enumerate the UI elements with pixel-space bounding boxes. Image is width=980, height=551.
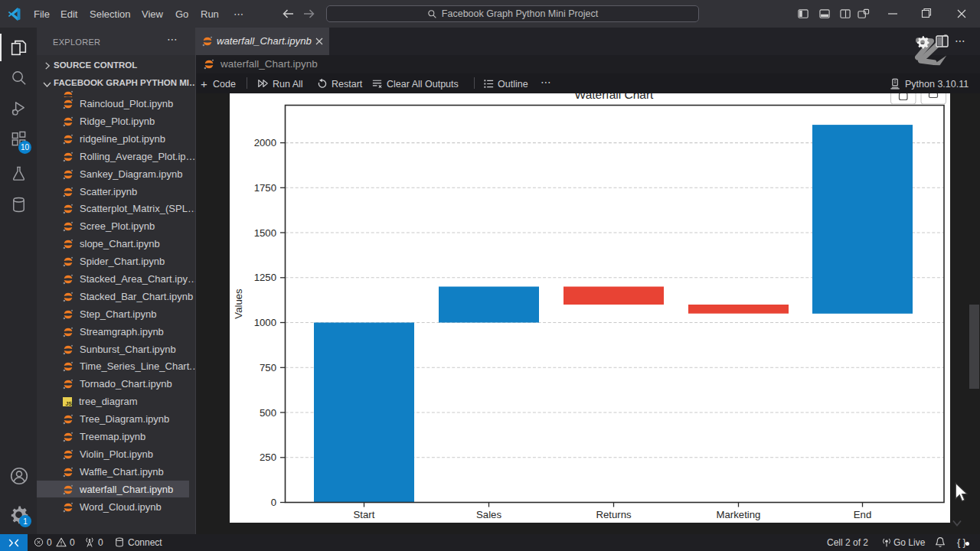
svg-text:1750: 1750: [254, 182, 276, 194]
svg-text:1000: 1000: [254, 317, 276, 328]
svg-text:Marketing: Marketing: [717, 509, 761, 520]
svg-text:Values: Values: [233, 289, 244, 319]
svg-text:1250: 1250: [254, 272, 276, 283]
svg-text:250: 250: [260, 452, 276, 463]
svg-text:750: 750: [260, 362, 276, 373]
svg-text:2000: 2000: [254, 137, 276, 148]
svg-text:Sales: Sales: [476, 509, 501, 520]
svg-text:End: End: [854, 509, 871, 520]
svg-text:500: 500: [260, 407, 276, 419]
svg-text:Waterfall Chart: Waterfall Chart: [575, 93, 654, 101]
svg-text:1500: 1500: [254, 227, 276, 239]
svg-text:Start: Start: [354, 509, 375, 520]
svg-text:0: 0: [271, 497, 276, 508]
svg-text:Returns: Returns: [596, 509, 632, 520]
